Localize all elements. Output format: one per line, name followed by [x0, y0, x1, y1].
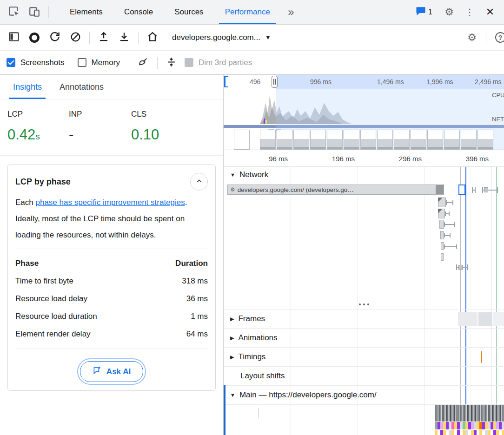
- network-request-whisker[interactable]: [445, 211, 450, 216]
- selection-left-handle[interactable]: [224, 76, 228, 87]
- panel-tabs: Elements Console Sources Performance: [59, 0, 281, 24]
- network-request-whisker[interactable]: [444, 222, 455, 227]
- track-network[interactable]: ▼ Network: [224, 167, 504, 183]
- memory-checkbox[interactable]: [78, 58, 86, 67]
- tab-sources[interactable]: Sources: [164, 0, 214, 24]
- filmstrip-thumbnail[interactable]: [293, 130, 309, 150]
- metric-lcp[interactable]: LCP 0.42s: [7, 110, 69, 143]
- network-request-bar[interactable]: [438, 209, 445, 218]
- origin-selector[interactable]: developers.google.com... ▼: [172, 33, 271, 42]
- tab-console[interactable]: Console: [113, 0, 164, 24]
- network-request-bar[interactable]: [439, 220, 444, 229]
- timeline-overview[interactable]: 496996 ms1,496 ms1,996 ms2,496 ms CPU NE…: [224, 75, 504, 150]
- phase-cell: Resource load duration: [15, 308, 153, 325]
- track-animations[interactable]: ▶ Animations: [224, 328, 504, 347]
- close-devtools-button[interactable]: ✕: [480, 2, 500, 22]
- device-toolbar-button[interactable]: [24, 2, 45, 22]
- issues-counter[interactable]: 1: [416, 7, 432, 18]
- chevron-up-icon: [195, 177, 203, 186]
- filmstrip-thumbnail[interactable]: [234, 130, 250, 150]
- filmstrip-thumbnail[interactable]: [477, 130, 493, 150]
- divider: [89, 32, 90, 44]
- overview-time-label: 1,996 ms: [426, 78, 453, 86]
- filmstrip-thumbnail[interactable]: [377, 130, 393, 150]
- track-frames[interactable]: ▶ Frames: [224, 309, 504, 328]
- improvement-strategies-link[interactable]: phase has specific improvement strategie…: [35, 198, 185, 207]
- metric-inp[interactable]: INP -: [69, 110, 131, 143]
- cpu-spike-painting: [267, 121, 269, 124]
- main-flame-chart[interactable]: [224, 404, 504, 435]
- network-request-outline[interactable]: [458, 185, 465, 195]
- filmstrip-thumbnail[interactable]: [260, 130, 276, 150]
- help-button[interactable]: ?: [490, 27, 504, 48]
- network-request-whisker[interactable]: [444, 244, 457, 249]
- gear-icon: ⚙: [444, 7, 454, 17]
- network-request-box[interactable]: [484, 187, 488, 192]
- selection-right-handle[interactable]: [272, 76, 278, 88]
- inspect-element-button[interactable]: [4, 2, 24, 22]
- frame-thumbnail: [458, 312, 477, 326]
- clear-recording-button[interactable]: [65, 27, 86, 48]
- more-options-button[interactable]: ⋮: [459, 2, 480, 22]
- network-request-whisker[interactable]: [444, 233, 451, 237]
- overview-time-label: 1,496 ms: [377, 78, 404, 86]
- card-description: Each phase has specific improvement stra…: [15, 194, 208, 243]
- tab-performance[interactable]: Performance: [214, 0, 281, 24]
- collapse-card-button[interactable]: [190, 173, 208, 191]
- network-request-bar[interactable]: [438, 198, 446, 207]
- timings-track-label: Timings: [238, 352, 265, 362]
- network-request-bar[interactable]: [441, 253, 444, 261]
- chevron-collapsed-icon: ▶: [230, 354, 234, 360]
- performance-toolbar: developers.google.com... ▼ ⚙ ?: [0, 25, 504, 51]
- track-main[interactable]: ▼ Main — https://developers.google.com/: [224, 385, 504, 404]
- capture-settings-button[interactable]: ⚙: [462, 27, 482, 48]
- more-tabs-button[interactable]: »: [281, 2, 301, 22]
- filmstrip-thumbnail[interactable]: [277, 130, 292, 150]
- divider: [48, 6, 49, 18]
- track-timings[interactable]: ▶ Timings: [224, 347, 504, 366]
- record-button[interactable]: [24, 27, 45, 48]
- tab-annotations[interactable]: Annotations: [54, 75, 109, 99]
- filmstrip-thumbnail[interactable]: [394, 130, 410, 150]
- cls-label: CLS: [131, 110, 159, 119]
- toggle-sidebar-button[interactable]: [4, 27, 24, 48]
- flame-segment: [502, 422, 504, 429]
- filmstrip-thumbnail[interactable]: [461, 130, 477, 150]
- collapse-flame-button[interactable]: [161, 53, 182, 73]
- network-request-whisker[interactable]: [472, 187, 476, 193]
- screenshots-checkbox[interactable]: [7, 58, 15, 67]
- track-layout-shifts[interactable]: Layout shifts: [224, 366, 504, 385]
- settings-button[interactable]: ⚙: [439, 2, 459, 22]
- home-icon: [146, 31, 159, 44]
- download-icon: [118, 31, 130, 44]
- collect-garbage-button[interactable]: [133, 53, 153, 73]
- metric-cls[interactable]: CLS 0.10: [131, 110, 159, 143]
- filmstrip-thumbnail[interactable]: [360, 130, 376, 150]
- filmstrip-thumbnail[interactable]: [344, 130, 359, 150]
- upload-profile-button[interactable]: [93, 27, 114, 48]
- home-button[interactable]: [142, 27, 163, 48]
- ask-ai-button[interactable]: Ask AI: [80, 361, 143, 382]
- filmstrip-thumbnail[interactable]: [444, 130, 460, 150]
- origin-selector-value: developers.google.com...: [172, 33, 260, 42]
- filmstrip-thumbnail[interactable]: [327, 130, 343, 150]
- network-request-box[interactable]: [458, 265, 463, 270]
- network-request-bar[interactable]: [440, 231, 444, 239]
- tab-elements[interactable]: Elements: [59, 0, 113, 24]
- track-resize-handle[interactable]: [224, 300, 504, 309]
- dim-third-parties-checkbox[interactable]: [185, 58, 193, 67]
- ruler-time-label: 296 ms: [399, 155, 422, 163]
- record-and-reload-button[interactable]: [45, 27, 65, 48]
- network-request-bar[interactable]: ⚙ developers.google.com/ (developers.go…: [227, 185, 444, 195]
- filmstrip-thumbnail[interactable]: [411, 130, 426, 150]
- network-request-bar[interactable]: [441, 242, 444, 250]
- issues-count: 1: [428, 8, 432, 16]
- tab-insights[interactable]: Insights: [7, 75, 47, 99]
- network-request-whisker[interactable]: [446, 200, 453, 205]
- divider: [15, 349, 208, 349]
- filmstrip-thumbnail[interactable]: [427, 130, 443, 150]
- filmstrip-thumbnail[interactable]: [310, 130, 326, 150]
- table-row: Time to first byte 318 ms: [15, 272, 208, 290]
- download-profile-button[interactable]: [114, 27, 134, 48]
- ai-spark-icon: [93, 366, 102, 377]
